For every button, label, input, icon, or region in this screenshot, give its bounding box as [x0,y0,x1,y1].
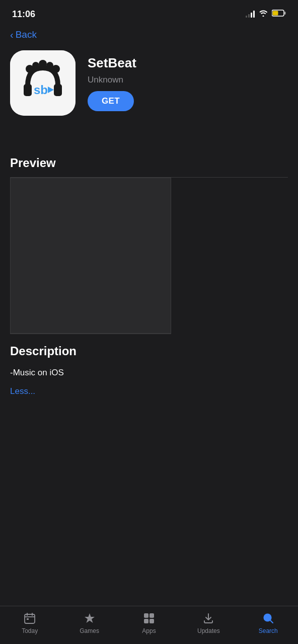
svg-rect-19 [144,619,148,623]
spacer [0,126,298,156]
svg-rect-16 [27,618,29,620]
svg-marker-11 [48,87,54,93]
app-header: sb SetBeat Unknown GET [0,45,298,126]
updates-icon [201,611,215,625]
svg-rect-3 [24,84,32,96]
tab-search-label: Search [259,627,278,634]
tab-apps[interactable]: Apps [129,611,169,634]
svg-rect-17 [144,613,148,618]
svg-rect-20 [150,619,154,623]
apps-icon [142,611,156,625]
preview-container [0,177,298,334]
svg-point-6 [32,62,39,69]
svg-rect-4 [54,84,62,96]
signal-icon [246,11,255,18]
app-developer: Unknown [88,75,136,85]
description-section: Description -Music on iOS Less... [0,334,298,401]
preview-image[interactable] [10,178,171,334]
app-name: SetBeat [88,55,136,71]
tab-today-label: Today [22,627,38,634]
today-icon [23,611,37,625]
preview-section: Preview [0,156,298,334]
battery-icon [272,10,286,19]
tab-updates[interactable]: Updates [188,611,229,634]
tab-search[interactable]: Search [248,611,288,634]
back-chevron-icon: ‹ [10,30,14,40]
svg-line-22 [270,620,273,623]
back-button[interactable]: ‹ Back [10,29,37,40]
tab-games[interactable]: Games [69,611,110,634]
get-button[interactable]: GET [88,91,134,111]
svg-rect-12 [25,614,35,623]
svg-text:sb: sb [34,83,48,97]
tab-games-label: Games [80,627,99,634]
status-bar: 11:06 [0,0,298,25]
app-info: SetBeat Unknown GET [88,55,136,111]
description-text: -Music on iOS [10,366,288,379]
status-time: 11:06 [12,9,35,20]
search-icon [261,611,275,625]
back-label: Back [16,29,37,40]
games-icon [83,611,97,625]
description-title: Description [10,344,288,358]
nav-bar: ‹ Back [0,25,298,45]
svg-point-7 [39,60,47,68]
tab-today[interactable]: Today [10,611,50,634]
wifi-icon [259,10,268,19]
svg-point-9 [52,65,60,73]
less-link[interactable]: Less... [10,386,35,396]
status-icons [246,10,286,19]
tab-apps-label: Apps [142,627,156,634]
app-icon: sb [10,50,76,116]
svg-rect-1 [284,12,286,15]
tab-bar: Today Games Apps Update [0,606,298,644]
preview-title: Preview [0,156,298,170]
svg-rect-18 [150,613,154,618]
svg-rect-2 [273,11,278,16]
tab-updates-label: Updates [197,627,220,634]
